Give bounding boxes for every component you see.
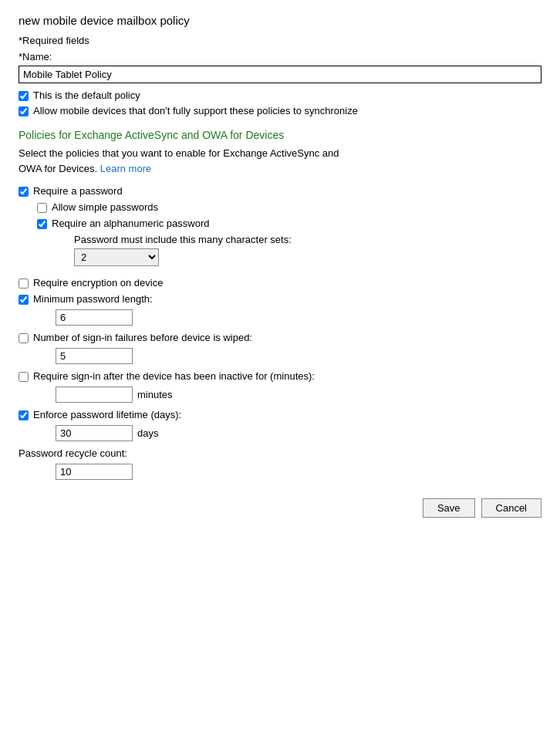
default-policy-label[interactable]: This is the default policy — [33, 89, 140, 101]
require-password-checkbox[interactable] — [19, 187, 29, 197]
require-encryption-label[interactable]: Require encryption on device — [33, 277, 163, 289]
inactive-checkbox[interactable] — [19, 372, 29, 382]
recycle-count-label: Password recycle count: — [19, 447, 127, 459]
sign-in-failures-input-row — [56, 348, 541, 364]
enforce-lifetime-suffix: days — [137, 427, 158, 439]
default-policy-row: This is the default policy — [19, 89, 541, 101]
name-label: *Name: — [19, 51, 541, 62]
inactive-row: Require sign-in after the device has bee… — [19, 370, 541, 382]
require-alphanumeric-label[interactable]: Require an alphanumeric password — [52, 218, 210, 229]
require-alphanumeric-checkbox[interactable] — [37, 219, 47, 229]
min-length-input-row — [56, 309, 541, 326]
min-length-input[interactable] — [56, 309, 133, 326]
recycle-count-input[interactable] — [56, 464, 133, 480]
enforce-lifetime-input-row: days — [56, 425, 541, 441]
cancel-button[interactable]: Cancel — [481, 498, 541, 518]
allow-mobile-row: Allow mobile devices that don't fully su… — [19, 105, 541, 116]
allow-mobile-checkbox[interactable] — [19, 106, 29, 116]
require-password-label[interactable]: Require a password — [33, 185, 123, 197]
sign-in-failures-input[interactable] — [56, 348, 133, 364]
section-desc-2: OWA for Devices. — [19, 163, 97, 174]
inactive-label[interactable]: Require sign-in after the device has bee… — [33, 370, 315, 382]
learn-more-link[interactable]: Learn more — [100, 163, 151, 174]
enforce-lifetime-input[interactable] — [56, 425, 133, 441]
sign-in-failures-label[interactable]: Number of sign-in failures before device… — [33, 332, 252, 343]
name-input[interactable] — [19, 66, 541, 83]
sub-policies: Allow simple passwords Require an alphan… — [37, 201, 541, 272]
enforce-lifetime-row: Enforce password lifetime (days): — [19, 409, 541, 420]
policies-section: Require a password Allow simple password… — [19, 185, 541, 480]
allow-simple-row: Allow simple passwords — [37, 201, 541, 213]
require-alphanumeric-row: Require an alphanumeric password — [37, 218, 541, 229]
recycle-count-row: Password recycle count: — [19, 447, 541, 459]
required-fields-label: *Required fields — [19, 35, 541, 46]
require-password-row: Require a password — [19, 185, 541, 197]
inactive-input-row: minutes — [56, 387, 541, 403]
section-desc-1: Select the policies that you want to ena… — [19, 147, 339, 159]
section-desc: Select the policies that you want to ena… — [19, 146, 541, 176]
char-sets-select[interactable]: 1 2 3 4 — [74, 248, 159, 266]
allow-simple-checkbox[interactable] — [37, 203, 47, 213]
section-title: Policies for Exchange ActiveSync and OWA… — [19, 129, 541, 141]
require-encryption-row: Require encryption on device — [19, 277, 541, 289]
allow-mobile-label[interactable]: Allow mobile devices that don't fully su… — [33, 105, 358, 116]
min-length-label[interactable]: Minimum password length: — [33, 293, 153, 305]
require-encryption-checkbox[interactable] — [19, 278, 29, 289]
page-title: new mobile device mailbox policy — [19, 14, 541, 27]
inactive-suffix: minutes — [137, 389, 173, 400]
inactive-input[interactable] — [56, 387, 133, 403]
sign-in-failures-checkbox[interactable] — [19, 333, 29, 343]
char-sets-label: Password must include this many characte… — [74, 234, 541, 245]
recycle-count-input-row — [56, 464, 541, 480]
min-length-row: Minimum password length: — [19, 293, 541, 305]
sign-in-failures-row: Number of sign-in failures before device… — [19, 332, 541, 343]
min-length-checkbox[interactable] — [19, 295, 29, 305]
allow-simple-label[interactable]: Allow simple passwords — [52, 201, 158, 213]
enforce-lifetime-label[interactable]: Enforce password lifetime (days): — [33, 409, 181, 420]
bottom-buttons: Save Cancel — [19, 498, 541, 518]
default-policy-checkbox[interactable] — [19, 91, 29, 101]
save-button[interactable]: Save — [423, 498, 475, 518]
enforce-lifetime-checkbox[interactable] — [19, 410, 29, 420]
